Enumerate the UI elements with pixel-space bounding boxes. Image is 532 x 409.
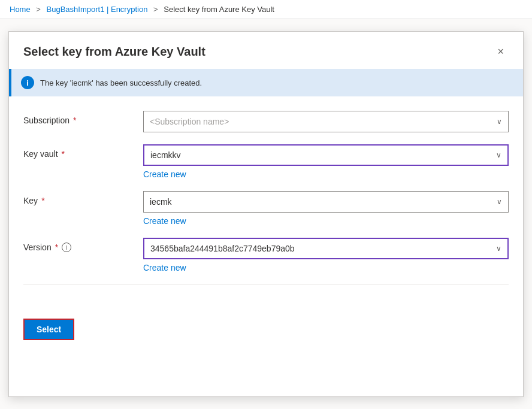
key-vault-dropdown[interactable]: iecmkkv ∨	[143, 144, 509, 166]
select-button[interactable]: Select	[23, 319, 74, 340]
breadcrumb-home[interactable]: Home	[10, 5, 31, 14]
subscription-dropdown[interactable]: <Subscription name> ∨	[143, 111, 509, 132]
key-required: *	[41, 196, 44, 205]
subscription-row: Subscription * <Subscription name> ∨	[23, 111, 509, 132]
page-wrapper: Home > BugBashImport1 | Encryption > Sel…	[0, 0, 532, 409]
modal-footer: Select	[9, 309, 523, 350]
version-value: 34565bafa244491b8af2c7749eb79a0b	[150, 244, 295, 253]
breadcrumb-current: Select key from Azure Key Vault	[164, 5, 274, 14]
subscription-control: <Subscription name> ∨	[143, 111, 509, 132]
key-chevron-icon: ∨	[497, 198, 502, 206]
version-control: 34565bafa244491b8af2c7749eb79a0b ∨ Creat…	[143, 238, 509, 272]
modal-body: Subscription * <Subscription name> ∨ Key…	[9, 106, 523, 309]
key-vault-create-new[interactable]: Create new	[143, 169, 186, 179]
info-banner: i The key 'iecmk' has been successfully …	[9, 69, 523, 96]
version-label-text: Version	[23, 243, 52, 252]
version-chevron-icon: ∨	[496, 244, 501, 253]
key-dropdown[interactable]: iecmk ∨	[143, 191, 509, 213]
key-vault-control: iecmkkv ∨ Create new	[143, 144, 509, 179]
key-vault-value: iecmkkv	[150, 150, 181, 160]
close-button[interactable]: ×	[492, 44, 509, 59]
key-value: iecmk	[150, 197, 172, 207]
key-vault-label-text: Key vault	[23, 149, 58, 159]
breadcrumb-resource[interactable]: BugBashImport1 | Encryption	[47, 5, 148, 14]
key-label: Key *	[23, 191, 143, 205]
key-control: iecmk ∨ Create new	[143, 191, 509, 226]
subscription-label-text: Subscription	[23, 116, 69, 125]
key-vault-required: *	[62, 149, 65, 159]
form-divider	[23, 284, 509, 285]
subscription-chevron-icon: ∨	[497, 117, 502, 126]
info-icon: i	[21, 76, 34, 89]
version-dropdown[interactable]: 34565bafa244491b8af2c7749eb79a0b ∨	[143, 238, 509, 259]
breadcrumb-sep-1: >	[36, 5, 43, 14]
banner-text: The key 'iecmk' has been successfully cr…	[40, 78, 202, 87]
key-create-new[interactable]: Create new	[143, 216, 186, 226]
subscription-required: *	[73, 116, 76, 125]
key-vault-label: Key vault *	[23, 144, 143, 159]
version-create-new[interactable]: Create new	[143, 263, 186, 272]
modal-header: Select key from Azure Key Vault ×	[9, 32, 523, 69]
version-label: Version * i	[23, 238, 143, 252]
modal-title: Select key from Azure Key Vault	[23, 45, 205, 59]
breadcrumb-sep-2: >	[153, 5, 160, 14]
subscription-label: Subscription *	[23, 111, 143, 125]
key-row: Key * iecmk ∨ Create new	[23, 191, 509, 226]
breadcrumb: Home > BugBashImport1 | Encryption > Sel…	[0, 0, 532, 19]
version-info-icon: i	[62, 243, 71, 252]
modal-container: Select key from Azure Key Vault × i The …	[8, 31, 524, 397]
version-required: *	[55, 243, 58, 252]
key-label-text: Key	[23, 196, 38, 205]
key-vault-chevron-icon: ∨	[496, 151, 501, 159]
subscription-placeholder: <Subscription name>	[150, 117, 229, 126]
version-row: Version * i 34565bafa244491b8af2c7749eb7…	[23, 238, 509, 272]
key-vault-row: Key vault * iecmkkv ∨ Create new	[23, 144, 509, 179]
